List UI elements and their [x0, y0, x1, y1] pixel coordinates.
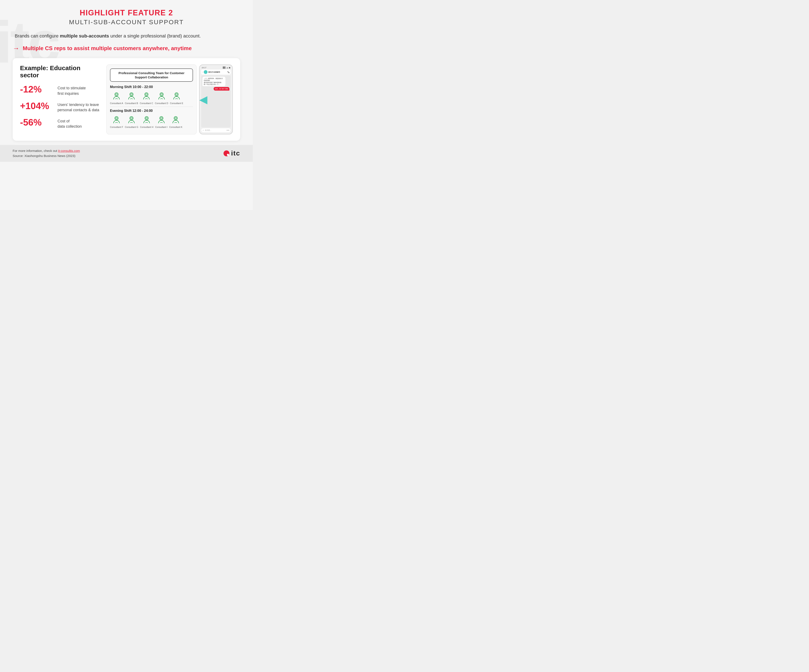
svg-point-14	[145, 117, 148, 120]
svg-point-4	[145, 93, 148, 96]
morning-consultants-row: Consultant A Consultant B	[110, 91, 193, 104]
itc-logo-text: itc	[231, 149, 240, 157]
stat-desc-1: Cost to stimulatefirst inquiries	[57, 85, 86, 96]
consultant-h: Consultant H	[140, 115, 154, 128]
phone-more-icon[interactable]: ⊕	[228, 129, 230, 131]
svg-point-1	[116, 94, 117, 95]
svg-point-0	[115, 93, 118, 96]
footer: For more information, check out it-consu…	[0, 145, 253, 162]
svg-point-3	[131, 94, 132, 95]
evening-shift-label: Evening Shift 12:00 - 24:00	[110, 109, 193, 113]
arrow-highlight: → Multiple CS reps to assist multiple cu…	[13, 44, 240, 52]
stat-number-3: -56%	[20, 118, 54, 127]
stat-desc-3: Cost ofdata collection	[57, 118, 82, 129]
phone-time: 16:17	[201, 67, 206, 69]
consultant-e: Consultant E	[170, 91, 183, 104]
svg-point-7	[161, 94, 163, 95]
consultant-k: Consultant K	[169, 115, 183, 128]
consultant-i: Consultant I	[155, 115, 168, 128]
consultant-d: Consultant D	[155, 91, 168, 104]
example-section: Example: Education sector -12% Cost to s…	[13, 58, 240, 141]
consultant-a-label: Consultant A	[110, 102, 123, 104]
stat-item-1: -12% Cost to stimulatefirst inquiries	[20, 85, 100, 96]
phone-call-icon[interactable]: 📞	[228, 71, 230, 73]
consultant-k-label: Consultant K	[169, 126, 183, 128]
evening-consultants-row: Consultant F Consultant G	[110, 115, 193, 128]
chat-bubble-right-1: 好的，我了解了课程	[214, 87, 230, 90]
desc-before: Brands can configure	[15, 33, 60, 39]
footer-source: Source: Xiaohongshu Business News (2023)	[13, 153, 80, 158]
consulting-side: Professional Consulting Team for Custome…	[106, 64, 233, 134]
svg-point-19	[175, 117, 176, 119]
svg-point-10	[115, 117, 118, 120]
phone-emoji-icon: ☺	[203, 129, 204, 131]
arrow-highlight-text: Multiple CS reps to assist multiple cust…	[23, 45, 192, 52]
svg-point-5	[146, 94, 147, 95]
stat-desc-2: Users' tendency to leavepersonal contact…	[57, 101, 99, 113]
consultant-g-label: Consultant G	[125, 126, 138, 128]
svg-point-6	[160, 93, 163, 96]
phone-signal: ▋▋ ☁ ◼	[223, 67, 230, 69]
consultant-d-label: Consultant D	[155, 102, 168, 104]
stat-number-2: +104%	[20, 101, 54, 111]
panel-header-box: Professional Consulting Team for Custome…	[110, 69, 193, 82]
consultant-i-label: Consultant I	[155, 126, 168, 128]
stats-side: Example: Education sector -12% Cost to s…	[20, 64, 100, 134]
svg-point-18	[174, 117, 177, 120]
consultant-a: Consultant A	[110, 91, 123, 104]
phone-top-bar: 16:17 ▋▋ ☁ ◼	[201, 67, 231, 69]
consultant-f-label: Consultant F	[110, 126, 123, 128]
svg-point-16	[160, 117, 163, 120]
subtitle: MULTI-SUB-ACCOUNT SUPPORT	[13, 18, 240, 26]
svg-point-12	[130, 117, 133, 120]
consulting-panel: Professional Consulting Team for Custome…	[106, 64, 196, 134]
desc-bold: multiple sub-accounts	[60, 33, 109, 39]
consultant-g: Consultant G	[125, 115, 138, 128]
svg-point-9	[176, 94, 177, 95]
back-icon[interactable]: ‹	[202, 71, 203, 73]
svg-point-8	[175, 93, 178, 96]
description-text: Brands can configure multiple sub-accoun…	[13, 32, 240, 40]
stat-item-2: +104% Users' tendency to leavepersonal c…	[20, 101, 100, 113]
consultant-e-label: Consultant E	[170, 102, 183, 104]
svg-point-15	[146, 117, 148, 119]
chat-name: 新东方在线辅导	[208, 71, 220, 73]
desc-after: under a single professional (brand) acco…	[109, 33, 201, 39]
footer-info-text: For more information, check out	[13, 149, 58, 152]
consultant-c-label: Consultant C	[140, 102, 153, 104]
highlight-title: HIGHLIGHT FEATURE 2	[13, 8, 240, 17]
phone-send-icon[interactable]: ⊕	[227, 129, 228, 131]
stat-item-3: -56% Cost ofdata collection	[20, 118, 100, 129]
stat-number-1: -12%	[20, 85, 54, 94]
header-section: HIGHLIGHT FEATURE 2 MULTI-SUB-ACCOUNT SU…	[13, 8, 240, 26]
example-title: Example: Education sector	[20, 64, 100, 79]
svg-point-2	[130, 93, 133, 96]
consultant-c: Consultant C	[140, 91, 153, 104]
consultant-f: Consultant F	[110, 115, 123, 128]
svg-point-13	[131, 117, 132, 119]
itc-logo-dot	[223, 151, 230, 156]
morning-shift-label: Morning Shift 10:00 - 22:00	[110, 85, 193, 89]
footer-info: For more information, check out it-consu…	[13, 148, 80, 153]
consultant-b: Consultant B	[125, 91, 138, 104]
page-wrapper: itc HIGHLIGHT FEATURE 2 MULTI-SUB-ACCOUN…	[0, 0, 253, 210]
teal-arrow-icon: ◀	[199, 93, 207, 106]
main-content: HIGHLIGHT FEATURE 2 MULTI-SUB-ACCOUNT SU…	[0, 0, 253, 141]
consultant-h-label: Consultant H	[140, 126, 154, 128]
chat-bubble-left-1: （˘•˘）辅导同学，我是新东方在线学辅...请问同学您想了解样课程推荐？可以为您…	[203, 77, 225, 86]
phone-nav-bar: ‹ 新东方在线辅导 📞	[201, 70, 231, 75]
panel-header-text: Professional Consulting Team for Custome…	[113, 71, 190, 79]
svg-point-17	[161, 117, 162, 119]
svg-point-11	[116, 117, 117, 119]
footer-left: For more information, check out it-consu…	[13, 148, 80, 158]
consultant-b-label: Consultant B	[125, 102, 138, 104]
red-arrow-icon: →	[13, 44, 19, 52]
footer-link[interactable]: it-consultis.com	[58, 149, 80, 152]
phone-input-placeholder[interactable]: 发消息...	[204, 129, 227, 131]
footer-logo: itc	[223, 149, 240, 157]
phone-input-bar: ☺ 发消息... ⊕ ⊕	[201, 128, 231, 132]
